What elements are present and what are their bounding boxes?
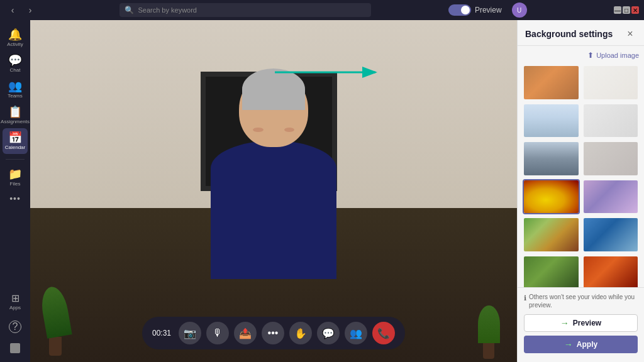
thumb-inner-5: [524, 142, 579, 175]
upload-icon: ⬆: [587, 51, 594, 60]
sidebar-item-chat[interactable]: 💬 Chat: [3, 51, 28, 77]
back-button[interactable]: ‹: [5, 3, 20, 18]
window-controls: — □ ✕: [609, 6, 644, 14]
preview-btn-label: Preview: [573, 319, 601, 327]
thumb-inner-11: [524, 256, 579, 287]
person-hair: [242, 69, 305, 110]
thumb-inner-4: [584, 104, 638, 138]
thumbnail-modern-room[interactable]: [523, 103, 580, 139]
search-placeholder: Search by keyword: [138, 6, 197, 14]
sidebar-item-help[interactable]: ?: [3, 317, 28, 337]
minimize-button[interactable]: —: [614, 6, 621, 14]
thumb-inner-7: [524, 180, 579, 214]
avatar[interactable]: U: [512, 3, 527, 18]
video-area: 00:31 📷 🎙 📤 ••• ✋ 💬 👥 📞: [30, 20, 517, 362]
thumbnail-minecraft-green[interactable]: [523, 255, 580, 287]
preview-button[interactable]: → Preview: [524, 314, 638, 332]
calendar-icon: 📅: [8, 132, 22, 143]
thumbnail-colorful[interactable]: [523, 217, 580, 253]
thumb-inner-8: [584, 180, 638, 214]
panel-close-button[interactable]: ×: [624, 28, 636, 40]
nav-buttons: ‹ ›: [0, 3, 43, 18]
sidebar-bottom: ⊞ Apps ?: [3, 290, 28, 362]
sidebar-label-files: Files: [10, 181, 21, 187]
apps-icon: ⊞: [11, 293, 19, 304]
sidebar-item-teams[interactable]: 👥 Teams: [3, 77, 28, 102]
sidebar-label-chat: Chat: [10, 67, 21, 73]
thumb-inner-3: [524, 104, 579, 138]
preview-label: Preview: [475, 6, 502, 14]
sidebar-item-calendar[interactable]: 📅 Calendar: [3, 128, 28, 154]
raise-hand-button[interactable]: ✋: [289, 322, 312, 344]
person-head: [239, 72, 308, 147]
thumb-inner-9: [524, 218, 579, 251]
thumb-inner-12: [584, 256, 638, 287]
thumbnail-office[interactable]: [523, 141, 580, 177]
sidebar-label-apps: Apps: [9, 305, 21, 310]
preview-arrow-icon: →: [560, 318, 569, 328]
search-icon: 🔍: [125, 6, 134, 14]
sidebar-item-files[interactable]: 📁 Files: [3, 165, 28, 190]
close-button[interactable]: ✕: [631, 6, 639, 14]
sidebar: 🔔 Activity 💬 Chat 👥 Teams 📋 Assignments …: [0, 20, 30, 362]
share-screen-button[interactable]: 📤: [234, 322, 257, 344]
misc-icon: [10, 343, 20, 353]
video-button[interactable]: 📷: [179, 322, 201, 344]
assignments-icon: 📋: [8, 106, 22, 118]
call-controls: 00:31 📷 🎙 📤 ••• ✋ 💬 👥 📞: [142, 317, 405, 349]
chat-icon: 💬: [8, 55, 22, 66]
plant-left: [36, 287, 74, 362]
thumbnail-yellow-art[interactable]: [523, 179, 580, 215]
apply-btn-label: Apply: [577, 340, 597, 349]
sidebar-item-bottom-icon[interactable]: [3, 339, 28, 357]
forward-button[interactable]: ›: [23, 3, 38, 18]
background-settings-panel: Background settings × ⬆ Upload image: [517, 20, 644, 362]
mute-button[interactable]: 🎙: [206, 322, 229, 344]
call-timer: 00:31: [152, 329, 171, 337]
sidebar-label-activity: Activity: [7, 41, 23, 47]
thumbnail-white-room[interactable]: [582, 65, 640, 101]
teams-icon: 👥: [8, 80, 22, 92]
participants-button[interactable]: 👥: [345, 322, 367, 344]
sidebar-divider: [6, 159, 25, 160]
sidebar-item-assignments[interactable]: 📋 Assignments: [3, 102, 28, 128]
panel-header: Background settings ×: [518, 20, 644, 46]
thumb-inner-10: [584, 218, 638, 251]
title-bar: ‹ › 🔍 Search by keyword Preview U — □ ✕: [0, 0, 644, 20]
sidebar-label-calendar: Calendar: [5, 145, 25, 150]
footer-notice: ℹ Others won't see your video while you …: [524, 293, 638, 309]
preview-toggle[interactable]: [448, 4, 471, 16]
help-icon: ?: [9, 321, 21, 333]
thumb-inner-6: [584, 142, 638, 175]
video-person: [186, 72, 362, 310]
thumb-inner-1: [524, 66, 579, 99]
eye-right: [284, 128, 295, 132]
maximize-button[interactable]: □: [623, 6, 630, 14]
upload-area: ⬆ Upload image: [523, 51, 639, 60]
end-call-button[interactable]: 📞: [372, 322, 395, 344]
thumbnail-minimal[interactable]: [582, 103, 640, 139]
panel-title: Background settings: [525, 29, 613, 39]
sidebar-item-activity[interactable]: 🔔 Activity: [3, 25, 28, 51]
thumbnail-minecraft-blue[interactable]: [582, 217, 640, 253]
avatar-initial: U: [517, 7, 521, 14]
thumbnail-minecraft-fire[interactable]: [582, 255, 640, 287]
thumbnail-sunset[interactable]: [523, 65, 580, 101]
sidebar-item-apps[interactable]: ⊞ Apps: [3, 290, 28, 314]
sidebar-item-ellipsis[interactable]: •••: [3, 190, 28, 207]
plant-right: [473, 305, 504, 362]
more-icon: •••: [9, 194, 21, 203]
thumbnail-fantasy[interactable]: [582, 179, 640, 215]
footer-notice-text: Others won't see your video while you pr…: [529, 293, 638, 309]
upload-button[interactable]: ⬆ Upload image: [587, 51, 639, 60]
thumbnail-grey-room[interactable]: [582, 141, 640, 177]
person-body: [211, 141, 336, 279]
search-bar[interactable]: 🔍 Search by keyword: [119, 3, 371, 17]
apply-button[interactable]: → Apply: [524, 336, 638, 353]
apply-arrow-icon: →: [564, 339, 573, 349]
panel-footer: ℹ Others won't see your video while you …: [518, 287, 644, 362]
chat-button[interactable]: 💬: [317, 322, 340, 344]
preview-toggle-area: Preview: [448, 4, 502, 16]
more-options-button[interactable]: •••: [262, 322, 284, 344]
sidebar-label-teams: Teams: [8, 93, 23, 99]
